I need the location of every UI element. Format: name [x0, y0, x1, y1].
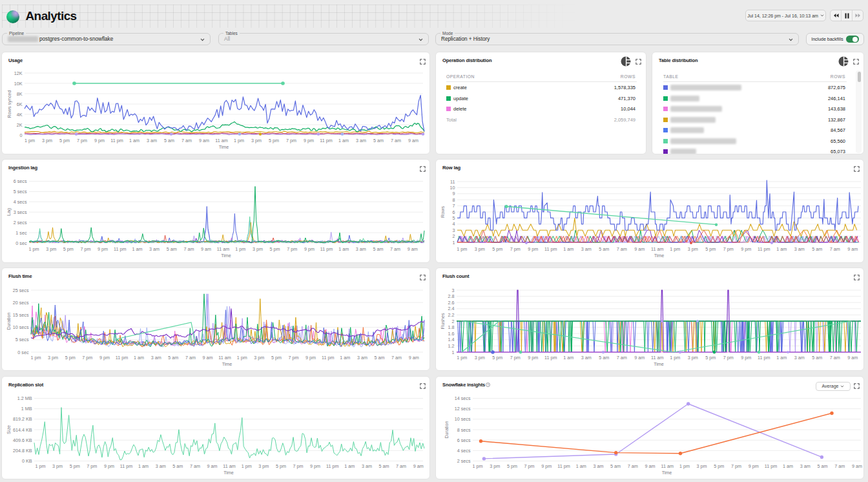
svg-text:1 pm: 1 pm — [25, 138, 35, 143]
svg-text:3: 3 — [452, 288, 455, 293]
svg-text:3 am: 3 am — [147, 138, 157, 143]
svg-text:5 am: 5 am — [599, 355, 609, 361]
svg-text:9 pm: 9 pm — [310, 463, 320, 469]
svg-text:1 pm: 1 pm — [29, 246, 39, 252]
svg-text:9 am: 9 am — [634, 355, 645, 361]
svg-text:204.8 KB: 204.8 KB — [13, 447, 32, 453]
svg-text:3 pm: 3 pm — [475, 246, 485, 252]
svg-text:11 pm: 11 pm — [114, 246, 126, 252]
svg-text:10 secs: 10 secs — [13, 324, 29, 330]
svg-text:5 am: 5 am — [812, 355, 822, 361]
svg-text:11 am: 11 am — [651, 246, 663, 252]
svg-text:9 pm: 9 pm — [98, 246, 108, 252]
svg-text:1 pm: 1 pm — [679, 463, 690, 469]
svg-text:7 am: 7 am — [830, 355, 840, 361]
svg-text:3 pm: 3 pm — [254, 355, 264, 361]
svg-text:7 pm: 7 pm — [510, 246, 521, 252]
svg-text:9 pm: 9 pm — [99, 355, 110, 361]
svg-text:7 am: 7 am — [390, 246, 400, 252]
svg-text:Time: Time — [221, 253, 231, 258]
svg-text:Time: Time — [654, 253, 665, 258]
svg-text:5 secs: 5 secs — [16, 337, 29, 342]
svg-text:7 pm: 7 pm — [80, 246, 90, 252]
svg-text:3 am: 3 am — [362, 463, 372, 469]
svg-text:6K: 6K — [17, 101, 23, 107]
svg-text:5: 5 — [453, 215, 455, 221]
svg-text:Lag: Lag — [6, 208, 12, 216]
svg-text:3: 3 — [453, 227, 455, 233]
svg-text:9 pm: 9 pm — [94, 138, 105, 143]
svg-text:7 am: 7 am — [617, 246, 627, 252]
svg-text:1 pm: 1 pm — [235, 246, 245, 252]
svg-text:Time: Time — [219, 144, 229, 150]
svg-text:5 pm: 5 pm — [492, 246, 502, 252]
svg-text:3 am: 3 am — [149, 246, 160, 252]
svg-text:5 pm: 5 pm — [714, 463, 724, 469]
svg-text:1 am: 1 am — [783, 463, 793, 469]
svg-text:5 pm: 5 pm — [492, 355, 502, 361]
svg-text:1 am: 1 am — [132, 246, 142, 252]
svg-text:7: 7 — [453, 203, 455, 209]
svg-text:11 pm: 11 pm — [557, 463, 570, 469]
svg-text:7 am: 7 am — [391, 355, 402, 361]
svg-text:5 pm: 5 pm — [270, 246, 280, 252]
svg-text:5 am: 5 am — [610, 463, 621, 469]
svg-text:11 am: 11 am — [218, 355, 231, 361]
svg-text:1 am: 1 am — [338, 138, 349, 143]
svg-text:7 am: 7 am — [396, 463, 406, 469]
svg-text:1: 1 — [453, 240, 455, 246]
svg-text:7 am: 7 am — [830, 246, 840, 252]
svg-text:11 am: 11 am — [661, 463, 673, 469]
svg-text:10 secs: 10 secs — [455, 416, 471, 422]
svg-text:3 am: 3 am — [151, 355, 161, 361]
svg-text:12K: 12K — [14, 70, 23, 76]
svg-text:11 pm: 11 pm — [544, 355, 557, 361]
svg-text:5 secs: 5 secs — [14, 189, 27, 194]
svg-text:3 pm: 3 pm — [258, 463, 269, 469]
svg-text:7 am: 7 am — [181, 138, 192, 143]
svg-text:5 am: 5 am — [172, 463, 183, 469]
svg-text:5 am: 5 am — [164, 138, 174, 143]
svg-text:7 pm: 7 pm — [723, 246, 734, 252]
svg-text:3 am: 3 am — [156, 463, 166, 469]
svg-text:1 pm: 1 pm — [36, 463, 46, 469]
svg-text:4 secs: 4 secs — [14, 199, 27, 205]
svg-text:1 MB: 1 MB — [21, 406, 32, 412]
svg-text:6 secs: 6 secs — [457, 437, 471, 443]
svg-text:3 pm: 3 pm — [48, 355, 58, 361]
svg-text:9 am: 9 am — [852, 463, 862, 469]
svg-text:11 am: 11 am — [651, 355, 663, 361]
svg-text:9 pm: 9 pm — [304, 138, 314, 143]
svg-text:5 pm: 5 pm — [276, 463, 286, 469]
svg-text:5 pm: 5 pm — [70, 463, 80, 469]
svg-text:7 pm: 7 pm — [723, 355, 734, 361]
svg-text:12 secs: 12 secs — [455, 406, 471, 412]
svg-text:3 pm: 3 pm — [688, 355, 698, 361]
svg-text:1 am: 1 am — [129, 138, 140, 143]
svg-text:11 pm: 11 pm — [320, 246, 333, 252]
svg-text:0: 0 — [20, 132, 23, 138]
svg-text:3 am: 3 am — [356, 246, 366, 252]
svg-text:3 pm: 3 pm — [46, 246, 56, 252]
svg-text:Rows: Rows — [440, 206, 446, 218]
svg-text:8: 8 — [453, 197, 455, 203]
svg-text:5 pm: 5 pm — [269, 138, 279, 143]
svg-text:7 am: 7 am — [834, 463, 845, 469]
svg-text:11 am: 11 am — [217, 246, 229, 252]
svg-text:0 KB: 0 KB — [22, 458, 32, 464]
svg-text:1 am: 1 am — [340, 355, 350, 361]
svg-text:3 am: 3 am — [357, 355, 367, 361]
svg-text:11 pm: 11 pm — [326, 463, 338, 469]
svg-text:7 am: 7 am — [190, 463, 200, 469]
svg-text:819.2 KB: 819.2 KB — [13, 416, 32, 422]
svg-text:5 am: 5 am — [599, 246, 609, 252]
svg-text:Duration: Duration — [444, 421, 450, 438]
svg-text:5 pm: 5 pm — [705, 246, 716, 252]
svg-text:9 pm: 9 pm — [541, 463, 552, 469]
svg-text:7 pm: 7 pm — [87, 463, 97, 469]
svg-text:Flushes: Flushes — [440, 313, 446, 330]
svg-text:Duration: Duration — [6, 312, 12, 330]
svg-text:1 am: 1 am — [134, 355, 144, 361]
svg-text:11 pm: 11 pm — [765, 463, 777, 469]
svg-text:8 secs: 8 secs — [457, 426, 471, 432]
